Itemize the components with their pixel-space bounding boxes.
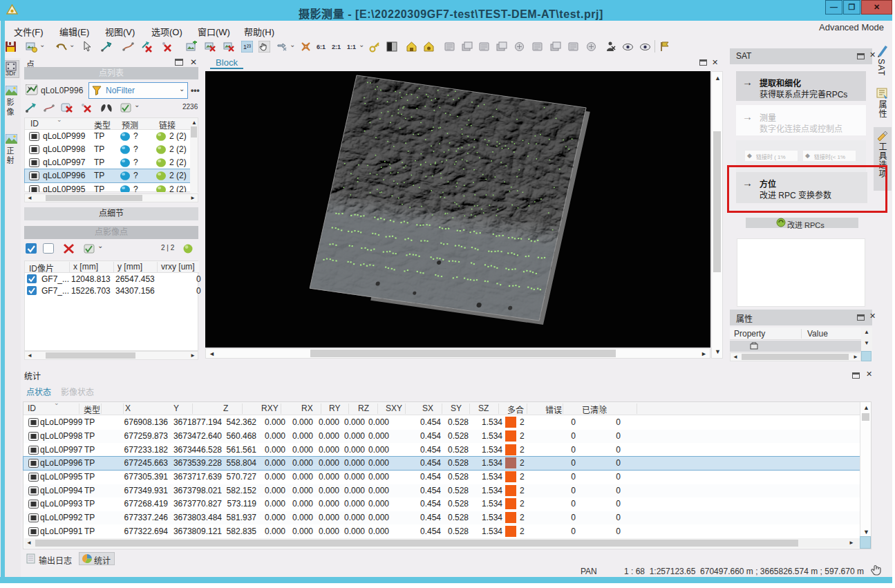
svg-text:2:1: 2:1: [332, 44, 341, 50]
svg-text:1²³: 1²³: [243, 44, 251, 50]
svg-text:6:1: 6:1: [317, 44, 326, 50]
svg-text:1:1: 1:1: [347, 44, 356, 50]
